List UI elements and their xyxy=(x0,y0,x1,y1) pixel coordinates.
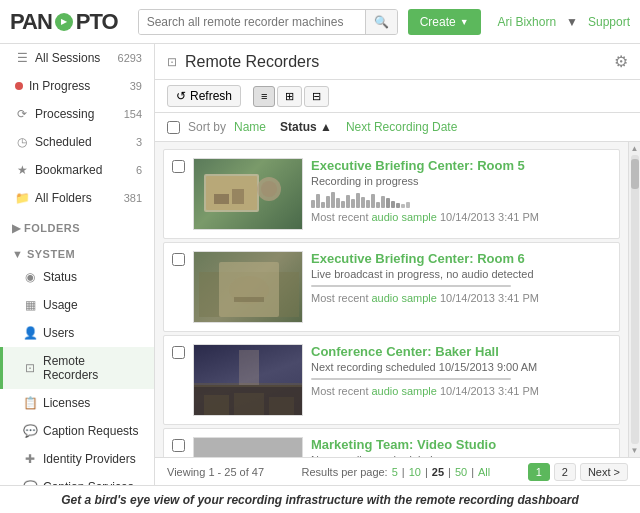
sidebar-item-label: In Progress xyxy=(29,79,90,93)
svg-rect-1 xyxy=(206,176,257,210)
identity-providers-icon: ✚ xyxy=(23,452,37,466)
audio-sample-link-3[interactable]: audio sample xyxy=(371,385,436,397)
user-name[interactable]: Ari Bixhorn xyxy=(497,15,556,29)
footer-bar: Viewing 1 - 25 of 47 Results per page: 5… xyxy=(155,457,640,485)
no-audio-bar-3 xyxy=(311,378,511,380)
detail-view-button[interactable]: ⊟ xyxy=(304,86,329,107)
sidebar-item-label: Processing xyxy=(35,107,94,121)
recorder-thumb-4: Disconnected xyxy=(193,437,303,457)
sidebar-item-label: Caption Requests xyxy=(43,424,138,438)
sidebar-item-scheduled[interactable]: ◷ Scheduled 3 xyxy=(0,128,154,156)
list-view-button[interactable]: ≡ xyxy=(253,86,275,107)
sidebar-item-identity-providers[interactable]: ✚ Identity Providers xyxy=(0,445,154,473)
sidebar-item-caption-requests[interactable]: 💬 Caption Requests xyxy=(0,417,154,445)
sidebar-item-label: Licenses xyxy=(43,396,90,410)
recorder-checkbox-2[interactable] xyxy=(172,253,185,266)
search-icon[interactable]: 🔍 xyxy=(365,10,397,34)
sort-by-next-recording[interactable]: Next Recording Date xyxy=(340,118,463,136)
next-page-button[interactable]: Next > xyxy=(580,463,628,481)
scroll-thumb[interactable] xyxy=(631,159,639,189)
sidebar-item-label: All Sessions xyxy=(35,51,100,65)
recorder-thumb-1 xyxy=(193,158,303,230)
sidebar-item-label: Usage xyxy=(43,298,78,312)
recorder-item: Disconnected Marketing Team: Video Studi… xyxy=(163,428,620,457)
search-input[interactable] xyxy=(139,10,365,34)
caption-text: Get a bird's eye view of your recording … xyxy=(61,493,579,507)
refresh-icon: ↺ xyxy=(176,89,186,103)
no-audio-bar-2 xyxy=(311,285,511,287)
main-layout: ☰ All Sessions 6293 In Progress 39 ⟳ Pro… xyxy=(0,44,640,485)
sidebar-item-usage[interactable]: ▦ Usage xyxy=(0,291,154,319)
svg-rect-11 xyxy=(204,395,229,415)
recorder-meta-3: Most recent audio sample 10/14/2013 3:41… xyxy=(311,385,611,397)
recorder-status-1: Recording in progress xyxy=(311,175,611,187)
svg-rect-9 xyxy=(234,297,264,302)
recorder-thumb-3 xyxy=(193,344,303,416)
audio-sample-link-1[interactable]: audio sample xyxy=(371,211,436,223)
processing-icon: ⟳ xyxy=(15,107,29,121)
per-page-all[interactable]: All xyxy=(478,466,490,478)
sidebar-item-users[interactable]: 👤 Users xyxy=(0,319,154,347)
recorder-item: Executive Briefing Center: Room 6 Live b… xyxy=(163,242,620,332)
recorder-item: Executive Briefing Center: Room 5 Record… xyxy=(163,149,620,239)
per-page-5[interactable]: 5 xyxy=(392,466,398,478)
gear-icon[interactable]: ⚙ xyxy=(614,52,628,71)
separator: ▼ xyxy=(566,15,578,29)
usage-icon: ▦ xyxy=(23,298,37,312)
recorder-name-1[interactable]: Executive Briefing Center: Room 5 xyxy=(311,158,525,173)
page-title-area: ⊡ Remote Recorders xyxy=(167,53,319,71)
sidebar-item-label: Users xyxy=(43,326,74,340)
recorder-name-4[interactable]: Marketing Team: Video Studio xyxy=(311,437,496,452)
recorder-checkbox-4[interactable] xyxy=(172,439,185,452)
support-link[interactable]: Support xyxy=(588,15,630,29)
recorder-checkbox-3[interactable] xyxy=(172,346,185,359)
recorder-checkbox-1[interactable] xyxy=(172,160,185,173)
svg-rect-13 xyxy=(269,397,294,415)
audio-sample-link-2[interactable]: audio sample xyxy=(371,292,436,304)
sidebar: ☰ All Sessions 6293 In Progress 39 ⟳ Pro… xyxy=(0,44,155,485)
recorder-info-3: Conference Center: Baker Hall Next recor… xyxy=(311,344,611,397)
page-2-button[interactable]: 2 xyxy=(554,463,576,481)
sidebar-item-label: Status xyxy=(43,270,77,284)
svg-rect-12 xyxy=(234,393,264,415)
recorder-status-2: Live broadcast in progress, no audio det… xyxy=(311,268,611,280)
svg-rect-4 xyxy=(214,194,229,204)
sidebar-item-in-progress[interactable]: In Progress 39 xyxy=(0,72,154,100)
scroll-down[interactable]: ▼ xyxy=(631,446,639,455)
sidebar-item-all-folders[interactable]: 📁 All Folders 381 xyxy=(0,184,154,212)
recorder-info-1: Executive Briefing Center: Room 5 Record… xyxy=(311,158,611,223)
scheduled-count: 3 xyxy=(136,136,142,148)
create-button[interactable]: Create xyxy=(408,9,481,35)
page-1-button[interactable]: 1 xyxy=(528,463,550,481)
scroll-up[interactable]: ▲ xyxy=(631,144,639,153)
app-header: PAN PTO 🔍 Create Ari Bixhorn ▼ Support xyxy=(0,0,640,44)
recorder-name-2[interactable]: Executive Briefing Center: Room 6 xyxy=(311,251,525,266)
sort-by-name[interactable]: Name xyxy=(228,118,272,136)
all-folders-count: 381 xyxy=(124,192,142,204)
sidebar-item-processing[interactable]: ⟳ Processing 154 xyxy=(0,100,154,128)
logo: PAN PTO xyxy=(10,9,118,35)
refresh-button[interactable]: ↺ Refresh xyxy=(167,85,241,107)
select-all-checkbox[interactable] xyxy=(167,121,180,134)
bookmarked-count: 6 xyxy=(136,164,142,176)
sidebar-item-licenses[interactable]: 📋 Licenses xyxy=(0,389,154,417)
per-page-25[interactable]: 25 xyxy=(432,466,444,478)
sidebar-item-caption-services[interactable]: 💬 Caption Services xyxy=(0,473,154,485)
sidebar-item-all-sessions[interactable]: ☰ All Sessions 6293 xyxy=(0,44,154,72)
sidebar-item-remote-recorders[interactable]: ⊡ Remote Recorders xyxy=(0,347,154,389)
sort-by-status[interactable]: Status ▲ xyxy=(274,118,338,136)
results-per-page-label: Results per page: xyxy=(301,466,387,478)
sidebar-item-bookmarked[interactable]: ★ Bookmarked 6 xyxy=(0,156,154,184)
header-right: Ari Bixhorn ▼ Support xyxy=(497,15,630,29)
recorder-status-3: Next recording scheduled 10/15/2013 9:00… xyxy=(311,361,611,373)
scroll-track xyxy=(631,155,639,444)
sidebar-item-label: Remote Recorders xyxy=(43,354,142,382)
remote-recorders-icon: ⊡ xyxy=(23,361,37,375)
per-page-10[interactable]: 10 xyxy=(409,466,421,478)
sidebar-item-status[interactable]: ◉ Status xyxy=(0,263,154,291)
logo-text-left: PAN xyxy=(10,9,52,35)
scrollbar[interactable]: ▲ ▼ xyxy=(628,142,640,457)
recorder-name-3[interactable]: Conference Center: Baker Hall xyxy=(311,344,499,359)
per-page-50[interactable]: 50 xyxy=(455,466,467,478)
grid-view-button[interactable]: ⊞ xyxy=(277,86,302,107)
